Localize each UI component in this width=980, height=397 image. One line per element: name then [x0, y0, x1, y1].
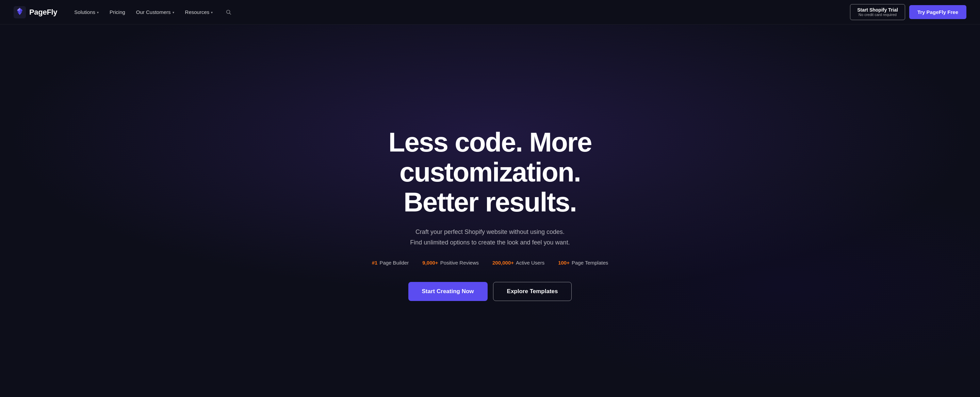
stat-page-builder: #1 Page Builder	[372, 260, 409, 266]
explore-templates-button[interactable]: Explore Templates	[493, 282, 572, 301]
nav-resources[interactable]: Resources ▾	[180, 6, 218, 18]
solutions-chevron-icon: ▾	[97, 11, 99, 14]
nav-pricing[interactable]: Pricing	[105, 6, 130, 18]
customers-chevron-icon: ▾	[172, 11, 174, 14]
pagefly-logo-icon	[14, 6, 26, 18]
navbar-left: PageFly Solutions ▾ Pricing Our Customer…	[14, 6, 237, 18]
hero-stats: #1 Page Builder 9,000+ Positive Reviews …	[372, 260, 608, 266]
stat-page-templates: 100+ Page Templates	[558, 260, 608, 266]
svg-point-9	[227, 10, 230, 13]
try-pagefly-free-button[interactable]: Try PageFly Free	[909, 5, 966, 19]
logo-text: PageFly	[29, 8, 57, 17]
navbar-right: Start Shopify Trial No credit card requi…	[850, 4, 966, 21]
start-creating-now-button[interactable]: Start Creating Now	[408, 282, 488, 301]
hero-section: Less code. More customization. Better re…	[0, 24, 980, 397]
nav-search-button[interactable]	[219, 6, 237, 18]
nav-solutions[interactable]: Solutions ▾	[69, 6, 103, 18]
hero-buttons: Start Creating Now Explore Templates	[408, 282, 572, 301]
hero-subtitle: Craft your perfect Shopify website witho…	[410, 227, 570, 247]
nav-links: Solutions ▾ Pricing Our Customers ▾ Reso…	[69, 6, 237, 18]
stat-positive-reviews: 9,000+ Positive Reviews	[422, 260, 479, 266]
hero-title: Less code. More customization. Better re…	[337, 128, 643, 217]
nav-our-customers[interactable]: Our Customers ▾	[131, 6, 179, 18]
logo-link[interactable]: PageFly	[14, 6, 57, 18]
search-icon	[226, 9, 232, 15]
resources-chevron-icon: ▾	[211, 11, 213, 14]
start-shopify-trial-button[interactable]: Start Shopify Trial No credit card requi…	[850, 4, 905, 21]
stat-active-users: 200,000+ Active Users	[492, 260, 544, 266]
navbar: PageFly Solutions ▾ Pricing Our Customer…	[0, 0, 980, 24]
